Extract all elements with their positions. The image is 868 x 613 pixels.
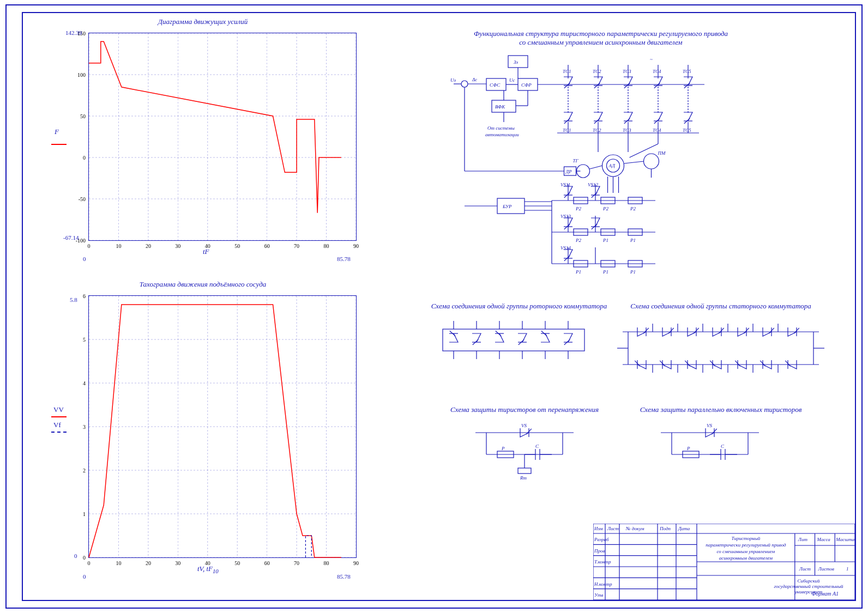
svg-text:60: 60 [264, 560, 270, 566]
chart2-xleft-annot: 0 [83, 573, 86, 580]
svg-text:P1: P1 [630, 238, 636, 243]
svg-text:-50: -50 [79, 196, 86, 202]
svg-text:Изм: Изм [594, 526, 603, 531]
svg-text:0: 0 [88, 560, 91, 566]
svg-text:6: 6 [83, 293, 86, 299]
inner-frame: Диаграмма движущих усилий 01020304050607… [22, 12, 856, 601]
svg-line-152 [624, 161, 644, 163]
svg-text:VS11: VS11 [560, 182, 570, 187]
svg-text:0: 0 [83, 155, 86, 161]
chart1-svg: 0102030405060708090-100-50050100150 [89, 33, 356, 240]
overv-schematic: VSPCRт [470, 422, 579, 482]
svg-text:P1: P1 [630, 269, 636, 275]
svg-text:ТС5: ТС5 [683, 69, 691, 74]
svg-text:P1: P1 [602, 269, 608, 275]
main-title-l2: со смешанным управлением асинхронным дви… [519, 38, 682, 46]
svg-text:1: 1 [83, 511, 86, 517]
svg-text:20: 20 [146, 243, 151, 249]
svg-text:ТС2: ТС2 [593, 128, 601, 133]
drawing-sheet: Диаграмма движущих усилий 01020304050607… [0, 0, 868, 613]
chart2-xlabel-text: tV, tF [197, 565, 213, 573]
svg-text:P: P [686, 446, 690, 451]
svg-text:СФС: СФС [490, 82, 501, 88]
svg-text:асинхронным двигателем: асинхронным двигателем [719, 555, 773, 561]
svg-text:ПМ: ПМ [658, 150, 666, 156]
chart2-legend-vf: Vf [53, 421, 61, 429]
svg-text:Разраб: Разраб [594, 537, 609, 542]
svg-rect-293 [518, 468, 531, 474]
svg-text:0: 0 [88, 243, 91, 249]
chart1-ybot-annot: -67.14 [63, 234, 79, 241]
stator-schematic [617, 318, 824, 384]
svg-text:ТС1: ТС1 [563, 128, 571, 133]
svg-text:~: ~ [650, 57, 653, 62]
svg-rect-207 [443, 329, 584, 351]
svg-point-150 [644, 154, 659, 169]
svg-text:60: 60 [264, 243, 270, 249]
svg-text:Утв: Утв [594, 592, 604, 598]
stator-title: Схема соединения одной группы статорного… [617, 302, 824, 311]
svg-text:50: 50 [80, 113, 86, 119]
svg-point-66 [461, 81, 468, 87]
svg-text:5: 5 [83, 337, 86, 343]
svg-text:P2: P2 [630, 206, 636, 211]
chart2-xlabel-sub: 10 [213, 568, 219, 574]
svg-text:ТС4: ТС4 [653, 128, 661, 133]
parallel-schematic: VSPC [655, 422, 764, 482]
svg-text:80: 80 [324, 560, 329, 566]
svg-text:БУР: БУР [502, 204, 512, 209]
svg-text:ТС3: ТС3 [623, 69, 631, 74]
chart2-ytop-annot: 5.8 [70, 296, 77, 303]
svg-text:VS: VS [707, 423, 712, 428]
svg-text:P1: P1 [575, 269, 581, 275]
svg-text:№ докум: № докум [625, 526, 644, 531]
chart1-xlabel: tF [203, 247, 209, 256]
svg-text:90: 90 [353, 243, 359, 249]
svg-text:АД: АД [608, 163, 616, 168]
svg-text:P: P [501, 446, 505, 451]
main-title-l1: Функциональная структура тиристорного па… [474, 29, 728, 38]
chart2-xlabel: tV, tF10 [197, 565, 219, 574]
parallel-title: Схема защиты параллельно включенных тири… [623, 405, 819, 414]
svg-text:Подп: Подп [659, 526, 671, 531]
svg-text:2: 2 [83, 468, 86, 474]
chart1-xright-annot: 85.78 [337, 256, 351, 262]
chart1-plot-area: 0102030405060708090-100-50050100150 [88, 33, 357, 241]
svg-text:ТГ: ТГ [573, 158, 579, 163]
svg-line-146 [590, 166, 602, 169]
svg-text:VS14: VS14 [560, 245, 571, 251]
svg-text:СФР: СФР [521, 82, 532, 88]
svg-text:ТС5: ТС5 [683, 128, 691, 133]
svg-text:Тиристорный: Тиристорный [731, 536, 760, 541]
chart2-legend-line2 [51, 432, 67, 433]
svg-text:Лист: Лист [607, 526, 619, 531]
svg-text:Листов: Листов [818, 566, 835, 572]
chart2-ybot-annot: 0 [74, 553, 77, 559]
svg-text:ТС4: ТС4 [653, 69, 661, 74]
svg-text:Δс: Δс [472, 77, 477, 82]
svg-text:автоматизации: автоматизации [485, 132, 519, 137]
svg-line-140 [630, 144, 659, 157]
svg-text:30: 30 [175, 243, 180, 249]
svg-text:C: C [721, 444, 725, 449]
svg-text:Н.контр: Н.контр [594, 581, 612, 587]
svg-text:100: 100 [77, 72, 86, 78]
svg-text:4: 4 [83, 380, 86, 386]
svg-text:90: 90 [353, 560, 359, 566]
format-label: Формат А1 [811, 591, 839, 597]
svg-text:VS: VS [521, 423, 527, 428]
svg-text:VS13: VS13 [560, 214, 571, 219]
svg-text:ВФК: ВФК [495, 104, 505, 110]
svg-text:Пров: Пров [594, 548, 605, 554]
svg-text:со смешанным управлением: со смешанным управлением [717, 549, 775, 554]
rotor-schematic [437, 318, 590, 367]
chart2-title: Тахограмма движения подъёмного сосуда [67, 280, 339, 289]
svg-text:Uз: Uз [450, 77, 456, 83]
svg-text:ТС1: ТС1 [563, 69, 571, 74]
svg-text:3: 3 [83, 424, 86, 430]
overv-title: Схема защиты тиристоров от перенапряжени… [437, 405, 612, 414]
chart2-legend-vv: VV [53, 405, 64, 414]
svg-text:Зз: Зз [514, 59, 518, 65]
svg-text:От системы: От системы [487, 125, 515, 131]
svg-text:Сибирский: Сибирский [797, 578, 820, 584]
